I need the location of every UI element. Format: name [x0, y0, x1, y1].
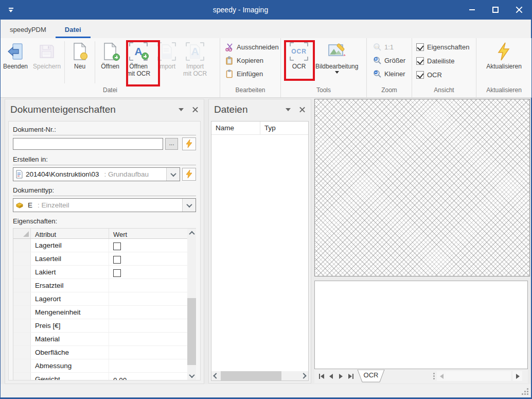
ocr-button[interactable]: OCR OCR [285, 40, 313, 71]
ocr-text-area[interactable] [314, 281, 528, 369]
tab-speedypdm[interactable]: speedyPDM [1, 22, 56, 38]
close-icon [516, 6, 523, 13]
dokument-nr-input[interactable] [13, 138, 163, 150]
kopieren-button[interactable]: Kopieren [222, 54, 267, 67]
scroll-right-button[interactable] [513, 371, 522, 381]
files-horizontal-scrollbar[interactable] [211, 371, 308, 380]
lightning-button[interactable] [182, 168, 196, 181]
scroll-down-button[interactable] [187, 371, 196, 380]
table-row[interactable]: Lagerort [13, 292, 187, 306]
table-row[interactable]: Abmessung [13, 359, 187, 373]
panel-menu-icon[interactable] [179, 108, 184, 111]
lightning-button[interactable] [182, 137, 196, 150]
last-tab-button[interactable] [346, 372, 355, 381]
checkbox-dateiliste[interactable]: Dateiliste [412, 54, 454, 68]
previous-tab-button[interactable] [327, 372, 335, 381]
table-row[interactable]: Oberfläche [13, 346, 187, 359]
image-edit-icon [327, 41, 347, 62]
dokumenteigenschaften-panel: Dokumenteigenschaften Dokument-Nr.: ... … [5, 99, 204, 384]
app-window: speedy - Imaging speedyPDM Datei [0, 0, 532, 399]
maximize-button[interactable] [484, 0, 507, 20]
group-label-ansicht: Ansicht [412, 85, 476, 97]
zoom-1-1-button[interactable]: 1:1 1:1 [370, 40, 397, 54]
import-button[interactable]: Import [153, 40, 181, 71]
part-3d-icon [15, 201, 25, 210]
dropdown-button[interactable] [166, 168, 180, 181]
oeffnen-mit-ocr-button[interactable]: A Öffnen mit OCR [124, 40, 153, 78]
image-viewer-area[interactable] [314, 99, 530, 276]
panel-close-icon[interactable] [192, 107, 199, 113]
checkbox-icon[interactable] [416, 57, 424, 65]
speichern-button[interactable]: Speichern [30, 40, 63, 71]
scrollbar-thumb[interactable] [187, 298, 196, 365]
next-tab-button[interactable] [336, 372, 345, 381]
table-row[interactable]: Material [13, 333, 187, 346]
ribbon-group-datei: Beenden Speichern [1, 38, 220, 97]
table-vertical-scrollbar[interactable] [187, 229, 196, 380]
table-row[interactable]: Preis [€] [13, 319, 187, 333]
panel-menu-icon[interactable] [286, 108, 291, 111]
checkbox-ocr[interactable]: OCR [412, 68, 442, 82]
column-header-name[interactable]: Name [211, 122, 260, 134]
splitter-grip-icon[interactable] [433, 373, 435, 379]
checkbox-icon[interactable] [416, 43, 424, 51]
einfuegen-button[interactable]: Einfügen [222, 67, 266, 80]
dropdown-button[interactable] [182, 199, 196, 212]
minimize-icon [469, 9, 475, 10]
column-header-attribut[interactable]: Attribut [31, 229, 109, 238]
scrollbar-track[interactable] [187, 237, 196, 371]
scroll-left-button[interactable] [437, 371, 446, 381]
scroll-up-button[interactable] [187, 229, 196, 237]
scroll-right-button[interactable] [299, 371, 308, 380]
minimize-button[interactable] [460, 0, 484, 20]
table-corner-cell[interactable] [13, 229, 31, 238]
dokumenttyp-combobox[interactable]: E : Einzelteil [13, 198, 196, 212]
column-header-typ[interactable]: Typ [260, 122, 308, 134]
new-document-icon [71, 41, 88, 62]
scrollbar-thumb[interactable] [221, 371, 281, 380]
table-row[interactable]: Mengeneinheit [13, 306, 187, 319]
table-row[interactable]: Ersatzteil [13, 279, 187, 292]
checkbox[interactable] [113, 256, 121, 264]
scrollbar-track[interactable] [221, 371, 299, 380]
checkbox-eigenschaften[interactable]: Eigenschaften [412, 40, 469, 54]
zoom-groesser-button[interactable]: Größer [370, 54, 409, 67]
files-list-body[interactable] [211, 135, 308, 371]
table-row[interactable]: Laserteil [13, 252, 187, 266]
checkbox[interactable] [113, 242, 121, 250]
window-controls [460, 0, 531, 20]
ribbon: Beenden Speichern [1, 38, 531, 98]
browse-button[interactable]: ... [165, 138, 178, 150]
checkbox-icon[interactable] [416, 71, 424, 79]
quick-access-toolbar-icon[interactable] [1, 8, 21, 12]
chevron-down-icon [186, 201, 192, 207]
column-header-wert[interactable]: Wert [109, 229, 187, 238]
group-label-aktualisieren: Aktualisieren [476, 85, 531, 97]
ausschneiden-button[interactable]: Ausschneiden [222, 40, 282, 54]
scrollbar-track[interactable] [446, 371, 511, 381]
erstellen-in-combobox[interactable]: 201404\Konstruktion\03 : Grundaufbau [13, 167, 180, 181]
close-button[interactable] [507, 0, 531, 20]
import-mit-ocr-button[interactable]: A Import mit OCR [181, 40, 209, 78]
table-row[interactable]: Gewicht0,00 [13, 373, 187, 380]
zoom-kleiner-button[interactable]: Kleiner [370, 67, 408, 80]
resize-grip-icon[interactable] [521, 388, 529, 395]
tab-datei[interactable]: Datei [56, 22, 91, 38]
group-label-datei: Datei [1, 85, 220, 97]
panel-close-icon[interactable] [299, 107, 306, 113]
neu-button[interactable]: Neu [66, 40, 94, 71]
status-bar [1, 384, 531, 397]
beenden-button[interactable]: Beenden [1, 40, 30, 71]
ocr-sheet-tab[interactable]: OCR [357, 370, 385, 383]
bildbearbeitung-button[interactable]: Bildbearbeitung [313, 40, 361, 75]
oeffnen-button[interactable]: Öffnen [96, 40, 124, 71]
lightning-icon [186, 170, 192, 179]
table-row[interactable]: Lagerteil [13, 239, 187, 252]
plus-badge-icon [113, 54, 120, 61]
scissors-icon [225, 43, 234, 51]
first-tab-button[interactable] [317, 372, 326, 381]
table-row[interactable]: Lakiert [13, 266, 187, 279]
checkbox[interactable] [113, 269, 121, 277]
aktualisieren-button[interactable]: Aktualisieren [484, 40, 524, 71]
scroll-left-button[interactable] [211, 371, 221, 380]
